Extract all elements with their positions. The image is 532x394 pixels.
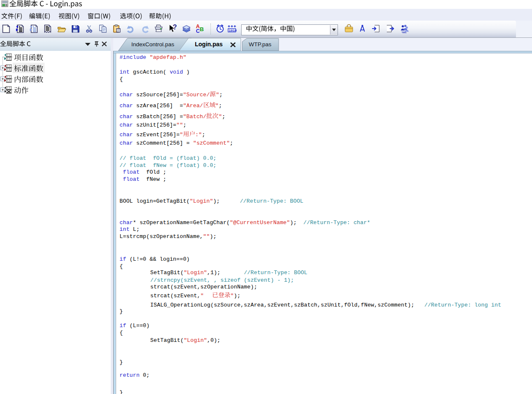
svg-text:1010: 1010 [229,29,237,32]
svg-text:?: ? [173,24,177,31]
svg-text:C: C [196,28,200,33]
svg-text:B: B [200,26,204,32]
